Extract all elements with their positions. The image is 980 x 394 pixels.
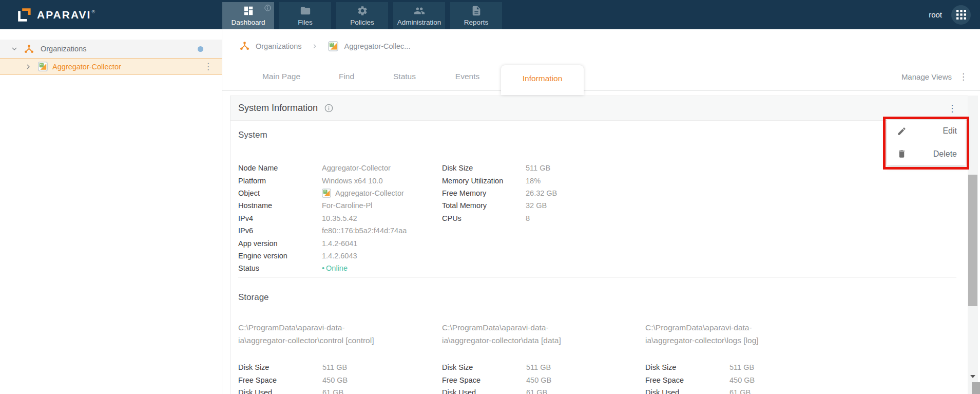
manage-views-button[interactable]: Manage Views <box>901 72 952 81</box>
field-row: Free Space450 GB <box>238 374 419 387</box>
panel-header: System Information ⋮ <box>230 96 977 121</box>
apps-grid-button[interactable] <box>951 5 971 25</box>
breadcrumb: Organizations Aggregator-Collec... <box>222 29 980 63</box>
vertical-scrollbar-thumb[interactable] <box>968 175 977 306</box>
field-row: Node NameAggregator-Collector <box>238 162 407 174</box>
volume-path: C:\ProgramData\aparavi-data-ia\aggregato… <box>238 321 419 347</box>
field-row-status: Status •Online <box>238 262 407 274</box>
menu-item-delete[interactable]: Delete <box>887 143 966 166</box>
view-tabbar: Main Page Find Status Events Information… <box>222 63 980 91</box>
system-fields-right: Disk Size511 GB Memory Utilization18% Fr… <box>442 162 557 224</box>
app-header: APARAVI® Dashboard Files Policies Admini… <box>0 0 980 29</box>
field-row: PlatformWindows x64 10.0 <box>238 174 407 186</box>
report-icon <box>471 5 482 16</box>
panel-kebab-menu-icon[interactable]: ⋮ <box>948 104 957 113</box>
row-kebab-menu-icon[interactable]: ⋮ <box>204 62 213 71</box>
system-fields-left: Node NameAggregator-Collector PlatformWi… <box>238 162 407 275</box>
tab-events[interactable]: Events <box>440 63 494 90</box>
people-icon <box>414 5 425 16</box>
trash-icon <box>897 149 907 159</box>
field-row: Disk Used61 GB <box>238 386 419 394</box>
field-row: Total Memory32 GB <box>442 199 557 212</box>
dashboard-icon <box>243 5 254 16</box>
breadcrumb-organizations[interactable]: Organizations <box>256 42 301 50</box>
sidebar-item-organizations[interactable]: Organizations <box>0 40 222 58</box>
panel-context-menu: Edit Delete <box>887 120 966 165</box>
organizations-icon <box>239 41 250 51</box>
nav-tab-label: Reports <box>464 18 488 26</box>
nav-tab-administration[interactable]: Administration <box>393 2 445 29</box>
folder-icon <box>300 5 311 16</box>
status-dot: • <box>322 264 324 272</box>
field-row: Disk Size511 GB <box>238 361 419 374</box>
gear-icon <box>357 5 368 16</box>
chevron-down-icon[interactable] <box>10 45 18 53</box>
tab-find[interactable]: Find <box>323 63 370 90</box>
breadcrumb-current-node[interactable]: Aggregator-Collec... <box>344 42 410 50</box>
nav-tab-files[interactable]: Files <box>279 2 331 29</box>
field-row: Free Space450 GB <box>442 374 623 387</box>
field-row: Free Space450 GB <box>645 374 826 387</box>
nav-tab-label: Administration <box>397 18 441 26</box>
field-row: Disk Used61 GB <box>645 386 826 394</box>
volume-path: C:\ProgramData\aparavi-data-ia\aggregato… <box>645 321 826 347</box>
field-row: HostnameFor-Caroline-Pl <box>238 199 407 212</box>
field-row: CPUs8 <box>442 212 557 224</box>
nav-tab-label: Dashboard <box>231 18 265 26</box>
org-tree-sidebar: Organizations Aggregator-Collector ⋮ <box>0 29 222 394</box>
storage-volume-data: C:\ProgramData\aparavi-data-ia\aggregato… <box>442 321 623 394</box>
storage-volume-control: C:\ProgramData\aparavi-data-ia\aggregato… <box>238 321 419 394</box>
status-online-value: •Online <box>322 264 348 272</box>
pencil-icon <box>897 126 907 136</box>
information-content: System Information ⋮ System Node NameAgg… <box>222 91 980 394</box>
field-row: App version1.4.2-6041 <box>238 237 407 249</box>
tab-main-page[interactable]: Main Page <box>253 63 310 90</box>
sidebar-item-label: Organizations <box>41 45 86 53</box>
info-icon[interactable] <box>324 103 334 113</box>
menu-item-edit[interactable]: Edit <box>887 120 966 143</box>
field-row: Engine version1.4.2.6043 <box>238 250 407 262</box>
scrollbar-down-arrow[interactable] <box>968 372 978 381</box>
scrollbar-corner <box>972 382 980 394</box>
section-divider <box>238 277 956 277</box>
nav-tab-dashboard[interactable]: Dashboard <box>222 2 274 29</box>
field-row: Free Memory26.32 GB <box>442 187 557 199</box>
chevron-right-icon <box>311 43 318 50</box>
field-row-object: Object Aggregator-Collector <box>238 187 407 199</box>
main-area: Organizations Aggregator-Collec... Main … <box>222 29 980 394</box>
app-window: APARAVI® Dashboard Files Policies Admini… <box>0 0 980 394</box>
storage-volume-logs: C:\ProgramData\aparavi-data-ia\aggregato… <box>645 321 826 394</box>
tab-status[interactable]: Status <box>379 63 430 90</box>
nav-tab-reports[interactable]: Reports <box>450 2 502 29</box>
logo-registered-mark: ® <box>91 9 95 14</box>
tab-information[interactable]: Information <box>501 65 584 95</box>
nav-tab-label: Files <box>298 18 313 26</box>
field-row: Memory Utilization18% <box>442 174 557 186</box>
aggregator-collector-icon <box>38 62 48 71</box>
sidebar-item-label: Aggregator-Collector <box>52 63 121 71</box>
aggregator-collector-icon <box>328 41 338 51</box>
manage-views-kebab-icon[interactable]: ⋮ <box>959 72 968 81</box>
logo-text: APARAVI <box>37 9 91 21</box>
field-row: IPv410.35.5.42 <box>238 212 407 224</box>
aparavi-logo-icon <box>15 7 32 23</box>
field-row: Disk Size511 GB <box>645 361 826 374</box>
nav-tab-label: Policies <box>350 18 374 26</box>
organizations-icon <box>24 44 34 54</box>
section-heading-system: System <box>238 130 267 140</box>
chevron-right-icon[interactable] <box>24 63 32 71</box>
field-row: IPv6fe80::176:b5a2:f44d:74aa <box>238 224 407 237</box>
sidebar-item-aggregator-collector[interactable]: Aggregator-Collector ⋮ <box>0 58 222 75</box>
aparavi-logo: APARAVI® <box>0 0 222 29</box>
volume-path: C:\ProgramData\aparavi-data-ia\aggregato… <box>442 321 623 347</box>
username-label: root <box>929 10 942 19</box>
status-badge-dot <box>198 46 203 52</box>
section-heading-storage: Storage <box>238 292 269 303</box>
aggregator-collector-icon <box>322 189 331 198</box>
panel-title: System Information <box>238 103 318 114</box>
system-information-panel: System Information ⋮ System Node NameAgg… <box>230 96 978 394</box>
field-row: Disk Size511 GB <box>442 162 557 174</box>
info-badge-icon[interactable] <box>264 4 272 12</box>
nav-tab-policies[interactable]: Policies <box>336 2 388 29</box>
field-row: Disk Used61 GB <box>442 386 623 394</box>
